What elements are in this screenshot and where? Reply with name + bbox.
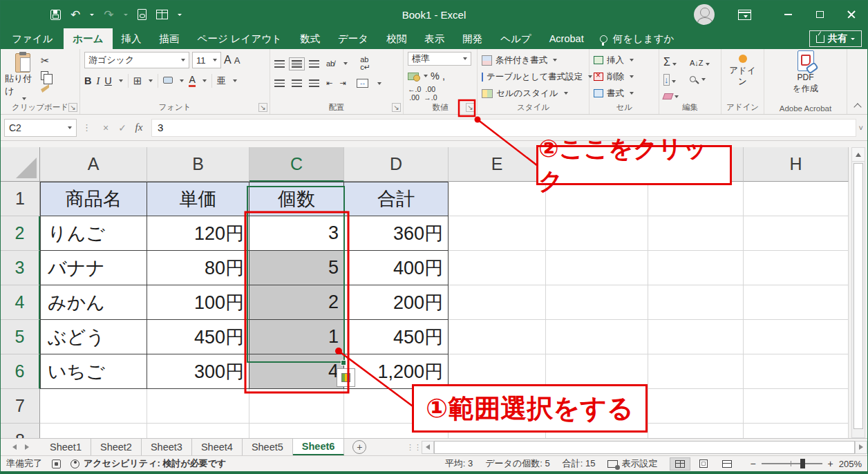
cell-A5[interactable]: ぶどう	[40, 320, 147, 354]
vertical-scrollbar-thumb[interactable]	[853, 163, 863, 429]
fill-handle[interactable]	[341, 360, 346, 366]
formula-bar-handle[interactable]: ⋮	[82, 122, 92, 133]
font-name-select[interactable]: 游ゴシック	[84, 52, 189, 68]
orientation-icon[interactable]: ab̸	[326, 60, 334, 68]
minimize-button[interactable]	[772, 1, 804, 28]
column-header-A[interactable]: A	[40, 147, 147, 182]
copy-icon[interactable]	[41, 71, 48, 80]
tab-help[interactable]: ヘルプ	[491, 28, 540, 49]
cell-A1[interactable]: 商品名	[40, 182, 147, 216]
tab-page-layout[interactable]: ページ レイアウト	[189, 28, 291, 49]
normal-view-button[interactable]	[670, 457, 690, 471]
cell-G6[interactable]	[648, 354, 744, 389]
number-format-select[interactable]: 標準	[408, 52, 471, 66]
sheet-tab-5[interactable]: Sheet5	[243, 439, 293, 455]
sheet-tab-2[interactable]: Sheet2	[91, 439, 142, 455]
find-select-button[interactable]	[690, 76, 717, 82]
cell-G2[interactable]	[648, 216, 744, 251]
merge-dropdown-icon[interactable]	[377, 82, 381, 85]
cell-G5[interactable]	[648, 320, 744, 354]
cell-F5[interactable]	[546, 320, 648, 354]
cell-D3[interactable]: 400円	[344, 251, 449, 285]
autosum-button[interactable]: Σ	[663, 56, 690, 68]
cell-H1[interactable]	[744, 182, 849, 216]
cell-E5[interactable]	[449, 320, 546, 354]
column-header-C[interactable]: C	[249, 147, 344, 182]
clear-button[interactable]	[663, 93, 690, 99]
name-box[interactable]: C2	[4, 119, 77, 137]
formula-input[interactable]: 3	[151, 119, 856, 137]
tab-formulas[interactable]: 数式	[291, 28, 329, 49]
sort-filter-button[interactable]: A↓Z	[690, 56, 717, 68]
cell-C1[interactable]: 個数	[249, 182, 344, 216]
underline-dropdown-icon[interactable]	[119, 79, 123, 82]
increase-decimal-button[interactable]: ←.0 .00	[408, 86, 421, 102]
phonetic-dropdown-icon[interactable]	[233, 79, 237, 82]
column-header-E[interactable]: E	[449, 147, 546, 182]
cell-A6[interactable]: いちご	[40, 354, 147, 389]
merge-center-icon[interactable]	[357, 79, 368, 88]
scroll-left-button[interactable]	[422, 441, 434, 454]
column-header-D[interactable]: D	[344, 147, 449, 182]
row-header-2[interactable]: 2	[1, 216, 40, 251]
cell-F3[interactable]	[546, 251, 648, 285]
horizontal-scrollbar[interactable]	[422, 439, 867, 455]
cell-H8[interactable]	[744, 424, 849, 438]
addins-button[interactable]: アドイン	[721, 55, 764, 87]
cancel-button[interactable]: ×	[97, 122, 114, 133]
cell-B1[interactable]: 単価	[147, 182, 249, 216]
cell-B2[interactable]: 120円	[147, 216, 249, 251]
align-middle-icon[interactable]	[292, 60, 302, 68]
align-center-icon[interactable]	[292, 79, 302, 87]
comma-style-button[interactable]: ,	[442, 70, 445, 82]
cell-H6[interactable]	[744, 354, 849, 389]
cell-G8[interactable]	[648, 424, 744, 438]
redo-icon[interactable]: ↷	[104, 8, 113, 22]
tab-developer[interactable]: 開発	[453, 28, 491, 49]
cell-D5[interactable]: 450円	[344, 320, 449, 354]
enter-button[interactable]: ✓	[114, 122, 131, 133]
scroll-right-button[interactable]	[855, 441, 867, 454]
sheet-tab-1[interactable]: Sheet1	[41, 439, 91, 455]
quick-analysis-button[interactable]	[337, 368, 355, 387]
insert-cells-button[interactable]: 挿入	[594, 52, 656, 68]
cell-E4[interactable]	[449, 285, 546, 320]
font-size-select[interactable]: 11	[192, 52, 221, 68]
cell-C3[interactable]: 5	[249, 251, 344, 285]
accessibility-status[interactable]: アクセシビリティ: 検討が必要です	[70, 457, 226, 470]
redo-dropdown-icon[interactable]	[124, 14, 128, 16]
zoom-level[interactable]: 205%	[839, 459, 862, 469]
format-painter-icon[interactable]	[41, 84, 49, 93]
close-button[interactable]	[836, 1, 867, 28]
row-header-8[interactable]: 8	[1, 424, 40, 438]
cell-C7[interactable]	[249, 389, 344, 424]
align-left-icon[interactable]	[274, 79, 285, 87]
fill-color-icon[interactable]	[163, 77, 173, 84]
cell-A8[interactable]	[40, 424, 147, 438]
percent-style-button[interactable]: %	[431, 70, 440, 82]
tab-draw[interactable]: 描画	[151, 28, 189, 49]
tab-file[interactable]: ファイル	[1, 28, 64, 49]
horizontal-scrollbar-thumb[interactable]	[434, 441, 855, 454]
cell-H7[interactable]	[744, 389, 849, 424]
bold-button[interactable]: B	[84, 75, 91, 86]
cell-D1[interactable]: 合計	[344, 182, 449, 216]
cell-F2[interactable]	[546, 216, 648, 251]
align-bottom-icon[interactable]	[309, 60, 319, 68]
cell-H4[interactable]	[744, 285, 849, 320]
shrink-font-button[interactable]: A	[234, 55, 240, 66]
fill-button[interactable]: ↓	[663, 73, 690, 86]
cell-C5[interactable]: 1	[249, 320, 344, 354]
collapse-ribbon-icon[interactable]	[853, 103, 861, 111]
grow-font-button[interactable]: A	[224, 54, 232, 66]
zoom-in-button[interactable]: +	[828, 458, 833, 469]
cell-B4[interactable]: 100円	[147, 285, 249, 320]
page-break-view-button[interactable]	[717, 457, 737, 471]
tab-view[interactable]: 表示	[415, 28, 453, 49]
conditional-formatting-button[interactable]: 条件付き書式	[482, 52, 586, 68]
maximize-button[interactable]	[804, 1, 836, 28]
new-sheet-button[interactable]: +	[352, 440, 366, 454]
account-avatar[interactable]	[694, 4, 715, 25]
increase-indent-icon[interactable]: ⇥	[339, 79, 346, 87]
cell-D4[interactable]: 200円	[344, 285, 449, 320]
